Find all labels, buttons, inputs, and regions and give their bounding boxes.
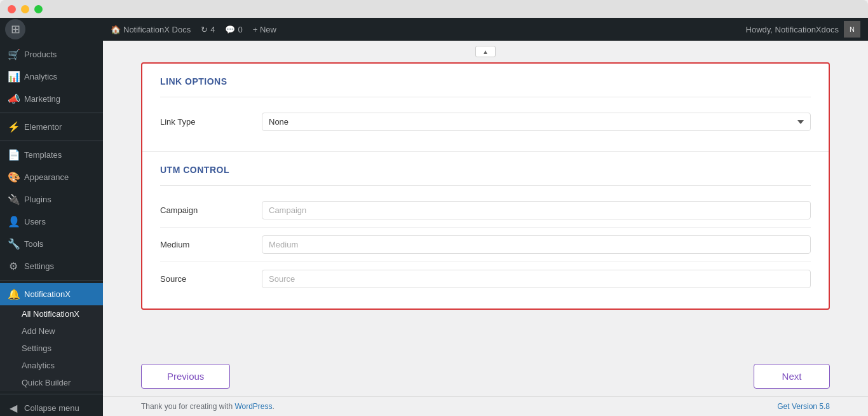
users-icon: 👤 xyxy=(8,216,19,228)
main-content: ▲ LINK OPTIONS Link Type None xyxy=(103,41,868,396)
sidebar-item-label: Elementor xyxy=(24,122,62,132)
sidebar-item-notificationx[interactable]: 🔔 NotificationX xyxy=(0,283,103,305)
updates-icon: ↻ xyxy=(201,25,208,34)
tools-icon: 🔧 xyxy=(8,238,19,250)
top-admin-bar: 🏠 NotificationX Docs ↻ 4 💬 0 + New Howdy… xyxy=(103,18,868,41)
site-name-item[interactable]: 🏠 NotificationX Docs xyxy=(111,25,191,34)
section-divider-1 xyxy=(160,97,811,97)
sidebar: ⊞ 🛒 Products 📊 Analytics 📣 Marketing ⚡ E… xyxy=(0,18,103,416)
medium-control xyxy=(262,235,811,254)
window-chrome xyxy=(0,0,868,18)
submenu-analytics[interactable]: Analytics xyxy=(0,357,103,374)
site-name: NotificationX Docs xyxy=(123,25,191,34)
howdy-text: Howdy, NotificationXdocs xyxy=(746,25,839,34)
campaign-label: Campaign xyxy=(160,205,262,215)
source-control xyxy=(262,270,811,288)
submenu-label: Analytics xyxy=(22,361,55,370)
sidebar-item-users[interactable]: 👤 Users xyxy=(0,211,103,233)
analytics-icon: 📊 xyxy=(8,71,19,83)
admin-bar-right: Howdy, NotificationXdocs N xyxy=(746,21,860,38)
medium-label: Medium xyxy=(160,240,262,249)
new-label: + New xyxy=(253,25,276,34)
utm-control-section: UTM CONTROL Campaign Medium xyxy=(142,152,829,309)
footer: Thank you for creating with WordPress. G… xyxy=(103,396,868,416)
section-divider-2 xyxy=(160,185,811,186)
form-wrapper: LINK OPTIONS Link Type None Custom URL P… xyxy=(103,62,868,356)
source-input[interactable] xyxy=(262,270,811,288)
products-icon: 🛒 xyxy=(8,48,19,60)
sidebar-item-label: Plugins xyxy=(24,195,51,204)
comments-icon: 💬 xyxy=(225,25,235,34)
sidebar-item-tools[interactable]: 🔧 Tools xyxy=(0,233,103,255)
new-item[interactable]: + New xyxy=(253,25,276,34)
footer-thank-you: Thank you for creating with xyxy=(141,402,234,411)
link-type-row: Link Type None Custom URL Product URL xyxy=(160,105,811,139)
medium-input[interactable] xyxy=(262,235,811,254)
sidebar-item-label: Templates xyxy=(24,150,62,160)
avatar: N xyxy=(844,21,860,38)
wp-logo-icon[interactable]: ⊞ xyxy=(5,19,25,39)
sidebar-item-templates[interactable]: 📄 Templates xyxy=(0,144,103,166)
sidebar-collapse-menu[interactable]: ◀ Collapse menu xyxy=(0,397,103,416)
scroll-up-button[interactable]: ▲ xyxy=(475,46,496,57)
sidebar-item-label: Products xyxy=(24,50,57,59)
plugins-icon: 🔌 xyxy=(8,193,19,205)
minimize-button[interactable] xyxy=(21,5,29,13)
campaign-input[interactable] xyxy=(262,201,811,219)
sidebar-divider xyxy=(0,113,103,113)
sidebar-divider-2 xyxy=(0,141,103,141)
sidebar-item-label: Users xyxy=(24,217,46,226)
appearance-icon: 🎨 xyxy=(8,171,19,183)
updates-item[interactable]: ↻ 4 xyxy=(201,25,215,34)
footer-text: Thank you for creating with WordPress. xyxy=(141,402,275,411)
submenu-settings[interactable]: Settings xyxy=(0,340,103,357)
templates-icon: 📄 xyxy=(8,149,19,161)
previous-button[interactable]: Previous xyxy=(141,364,230,389)
sidebar-item-appearance[interactable]: 🎨 Appearance xyxy=(0,166,103,188)
link-type-select[interactable]: None Custom URL Product URL xyxy=(262,113,811,131)
submenu-label: Add New xyxy=(22,326,55,336)
sidebar-divider-4 xyxy=(0,394,103,394)
sidebar-divider-3 xyxy=(0,280,103,281)
source-row: Source xyxy=(160,262,811,296)
version-label[interactable]: Get Version 5.8 xyxy=(777,402,830,411)
form-card: LINK OPTIONS Link Type None Custom URL P… xyxy=(141,62,830,310)
submenu-label: All NotificationX xyxy=(22,309,79,319)
next-button[interactable]: Next xyxy=(754,364,830,389)
settings-icon: ⚙ xyxy=(8,260,19,272)
sidebar-item-label: Marketing xyxy=(24,94,60,104)
submenu-label: Settings xyxy=(22,343,51,353)
campaign-control xyxy=(262,201,811,219)
notificationx-submenu: All NotificationX Add New Settings Analy… xyxy=(0,305,103,391)
sidebar-item-elementor[interactable]: ⚡ Elementor xyxy=(0,116,103,138)
updates-count: 4 xyxy=(210,25,215,34)
sidebar-item-analytics[interactable]: 📊 Analytics xyxy=(0,66,103,88)
app-container: ⊞ 🛒 Products 📊 Analytics 📣 Marketing ⚡ E… xyxy=(0,18,868,416)
utm-control-title: UTM CONTROL xyxy=(160,165,811,175)
sidebar-item-settings[interactable]: ⚙ Settings xyxy=(0,255,103,277)
content-area: 🏠 NotificationX Docs ↻ 4 💬 0 + New Howdy… xyxy=(103,18,868,416)
sidebar-item-products[interactable]: 🛒 Products xyxy=(0,43,103,66)
sidebar-item-label: Tools xyxy=(24,239,43,249)
scroll-indicator: ▲ xyxy=(103,41,868,62)
wordpress-link[interactable]: WordPress xyxy=(234,402,272,411)
submenu-add-new[interactable]: Add New xyxy=(0,322,103,340)
maximize-button[interactable] xyxy=(34,5,43,13)
close-button[interactable] xyxy=(8,5,16,13)
sidebar-item-label: Settings xyxy=(24,261,54,271)
submenu-quick-builder[interactable]: Quick Builder xyxy=(0,374,103,391)
link-options-section: LINK OPTIONS Link Type None Custom URL P… xyxy=(142,64,829,151)
sidebar-item-plugins[interactable]: 🔌 Plugins xyxy=(0,188,103,211)
marketing-icon: 📣 xyxy=(8,93,19,105)
source-label: Source xyxy=(160,274,262,284)
medium-row: Medium xyxy=(160,228,811,262)
submenu-all-notificationx[interactable]: All NotificationX xyxy=(0,305,103,322)
scroll-up-icon: ▲ xyxy=(482,48,489,55)
sidebar-nav: 🛒 Products 📊 Analytics 📣 Marketing ⚡ Ele… xyxy=(0,41,103,416)
comments-item[interactable]: 💬 0 xyxy=(225,25,242,34)
home-icon: 🏠 xyxy=(111,25,121,34)
sidebar-item-marketing[interactable]: 📣 Marketing xyxy=(0,88,103,110)
footer-period: . xyxy=(273,402,275,411)
submenu-label: Quick Builder xyxy=(22,378,71,387)
collapse-label: Collapse menu xyxy=(24,403,79,413)
